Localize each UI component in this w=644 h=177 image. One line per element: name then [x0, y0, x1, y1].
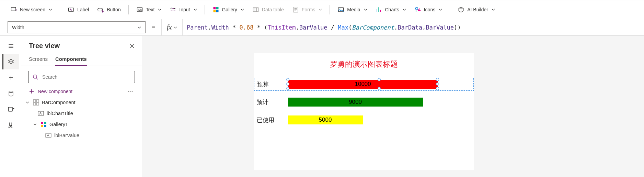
chevron-down-icon [194, 8, 197, 11]
new-component-button[interactable]: New component [29, 89, 72, 94]
separator [205, 5, 205, 14]
svg-point-16 [9, 91, 13, 93]
tools-icon [8, 122, 14, 129]
icons-label: Icons [424, 7, 435, 12]
bar-row[interactable]: 预算10000 [254, 78, 474, 91]
svg-rect-10 [216, 10, 218, 12]
button-icon [97, 6, 104, 13]
label-icon [38, 110, 44, 117]
tree-node-label: Gallery1 [49, 122, 68, 127]
layers-icon [8, 58, 14, 65]
chevron-down-icon [174, 26, 177, 29]
selection-handle[interactable] [286, 78, 289, 81]
svg-point-15 [415, 7, 418, 10]
component-artboard[interactable]: 罗勇的演示图表标题 预算10000预计9000已使用5000 [254, 53, 474, 170]
canvas[interactable]: 罗勇的演示图表标题 预算10000预计9000已使用5000 [142, 36, 644, 177]
charts-label: Charts [385, 7, 399, 12]
caret-down-icon[interactable] [32, 123, 38, 126]
svg-rect-11 [253, 8, 258, 12]
selection-handle[interactable] [378, 78, 381, 81]
separator [450, 5, 450, 14]
svg-point-5 [171, 8, 172, 9]
svg-rect-25 [44, 122, 46, 124]
bar-value-label[interactable]: 10000 [288, 80, 438, 89]
selection-handle[interactable] [286, 82, 289, 86]
rail-media[interactable] [2, 102, 19, 117]
tree-node-gallery1[interactable]: Gallery1 [21, 119, 142, 130]
tree-search[interactable] [28, 71, 135, 83]
new-screen-button[interactable]: New screen [7, 4, 56, 15]
tab-screens[interactable]: Screens [29, 54, 48, 66]
text-button[interactable]: Abc Text [133, 4, 165, 15]
tree-node-label: BarComponent [42, 100, 76, 105]
rail-tools[interactable] [2, 118, 19, 133]
new-screen-label: New screen [20, 7, 45, 12]
selection-handle[interactable] [436, 87, 439, 90]
selection-handle[interactable] [378, 87, 381, 90]
ai-builder-button[interactable]: AI Builder [454, 4, 498, 15]
button-label: Button [107, 7, 120, 12]
rail-insert[interactable] [2, 70, 19, 85]
component-icon [33, 99, 39, 106]
gallery-icon [212, 6, 219, 13]
tree-node-lblbarvalue[interactable]: lblBarValue [21, 130, 142, 141]
tree-node-lblcharttitle[interactable]: lblChartTitle [21, 108, 142, 119]
label-icon [45, 132, 51, 139]
label-icon [68, 6, 74, 13]
text-icon: Abc [136, 6, 143, 13]
rail-data[interactable] [2, 86, 19, 101]
tree-node-barcomponent[interactable]: BarComponent [21, 97, 142, 108]
chart-title[interactable]: 罗勇的演示图表标题 [254, 53, 474, 73]
tab-components[interactable]: Components [55, 54, 87, 66]
rail-tree-view[interactable] [2, 54, 19, 69]
more-menu[interactable]: ··· [128, 89, 134, 94]
formula-bar: Width = fx Parent.Width * 0.68 * (ThisIt… [0, 19, 644, 36]
new-component-label: New component [38, 89, 72, 94]
fx-button[interactable]: fx [161, 19, 183, 35]
bar-row[interactable]: 已使用5000 [254, 113, 474, 126]
svg-rect-27 [44, 125, 46, 127]
close-icon[interactable] [129, 43, 135, 49]
icons-button[interactable]: Icons [411, 4, 446, 15]
forms-label: Forms [302, 7, 315, 12]
data-table-button: Data table [249, 4, 287, 15]
chevron-down-icon [319, 8, 322, 11]
tree-search-input[interactable] [42, 74, 130, 80]
bar-value-label[interactable]: 5000 [288, 115, 363, 124]
svg-rect-20 [36, 100, 39, 102]
bar-row[interactable]: 预计9000 [254, 96, 474, 109]
chevron-down-icon [158, 8, 161, 11]
svg-rect-21 [33, 103, 36, 105]
svg-rect-19 [33, 100, 36, 102]
gallery-button[interactable]: Gallery [209, 4, 248, 15]
ribbon: New screen Label Button Abc Text Input G… [0, 0, 644, 19]
svg-text:Abc: Abc [138, 8, 142, 11]
bar-category: 预计 [257, 98, 288, 106]
rail-hamburger[interactable] [2, 38, 19, 54]
svg-rect-9 [213, 10, 216, 12]
left-rail [0, 36, 21, 177]
selection-handle[interactable] [436, 82, 439, 86]
label-button[interactable]: Label [64, 4, 92, 15]
button-button[interactable]: Button [94, 4, 124, 15]
formula-input[interactable]: Parent.Width * 0.68 * (ThisItem.BarValue… [183, 19, 644, 35]
selection-handle[interactable] [436, 78, 439, 81]
bar-value-label[interactable]: 9000 [288, 98, 423, 107]
input-icon [170, 6, 176, 13]
data-table-icon [252, 6, 259, 13]
separator [60, 5, 60, 14]
input-button[interactable]: Input [166, 4, 200, 15]
charts-button[interactable]: Charts [372, 4, 410, 15]
bar-area: 9000 [288, 98, 471, 107]
text-label: Text [146, 7, 155, 12]
media-button[interactable]: Media [334, 4, 370, 15]
separator [330, 5, 330, 14]
selection-handle[interactable] [286, 87, 289, 90]
fx-icon: fx [167, 23, 172, 31]
gallery-icon [41, 121, 47, 128]
database-icon [8, 90, 14, 97]
bar-area: 10000 [288, 80, 471, 89]
caret-down-icon[interactable] [25, 101, 30, 104]
property-dropdown[interactable]: Width [8, 21, 146, 33]
media-icon [337, 6, 344, 13]
